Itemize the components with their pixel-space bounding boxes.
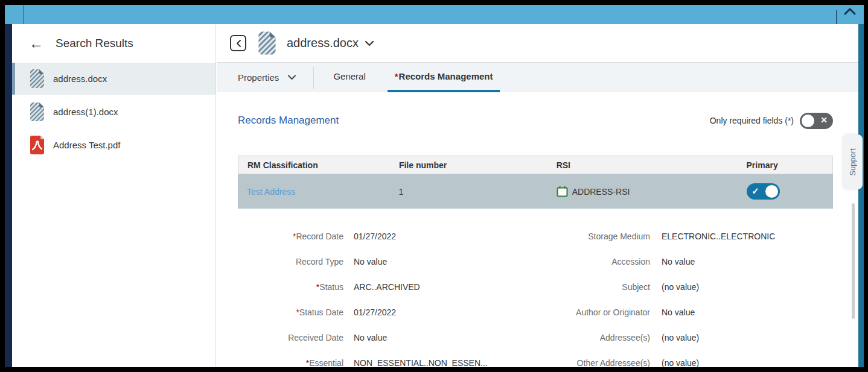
rm-classification-link[interactable]: Test Address [247,187,295,197]
field-value: 01/27/2022 [354,232,396,241]
primary-toggle[interactable]: ✓ [747,183,780,200]
sidebar-title: Search Results [56,37,133,50]
column-header-rm-classification: RM Classification [238,160,390,170]
field-received-date: Received Date No value [238,325,535,350]
field-value: 01/27/2022 [354,307,396,317]
rsi-value: ADDRESS-RSI [572,187,630,197]
records-management-content: Records Management Only required fields … [217,92,858,367]
field-label: Author or Originator [535,307,650,317]
main-panel: address.docx Properties General * [217,24,858,367]
field-status: *Status ARC..ARCHIVED [238,274,535,300]
support-tab[interactable]: Support [843,134,863,189]
toggle-knob [765,185,778,198]
chevron-up-icon[interactable] [843,7,857,16]
selected-accent-bar [12,63,15,95]
docx-icon [29,102,45,122]
topbar-divider [23,5,24,24]
pdf-icon [29,135,45,155]
record-fields: *Record Date 01/27/2022 Record Type No v… [238,224,833,367]
field-label: Record Date [296,232,343,241]
properties-dropdown[interactable]: Properties [238,63,296,92]
field-label: Addressee(s) [535,333,650,342]
cross-icon: ✕ [820,115,828,125]
field-other-addressees: Other Addressee(s) (no value) [535,350,833,367]
column-header-rsi: RSI [547,160,738,170]
list-item-address-test-pdf[interactable]: Address Test.pdf [12,129,215,161]
sidebar-header: ← Search Results [12,24,215,63]
field-value: (no value) [662,358,699,367]
calendar-icon [557,186,568,197]
support-tab-label: Support [848,148,857,176]
app-window: ← Search Results address.docx [5,5,864,367]
list-item-label: address(1).docx [53,107,118,117]
tab-general[interactable]: General [326,63,372,92]
page-title: address.docx [287,36,359,50]
vertical-scrollbar[interactable] [852,203,855,319]
field-value: (no value) [662,282,699,292]
search-results-panel: ← Search Results address.docx [12,24,216,367]
file-number-value: 1 [398,187,403,197]
field-value: No value [354,257,387,266]
topbar-panel-divider [836,10,837,24]
field-label: Status Date [299,307,343,317]
list-item-address-docx[interactable]: address.docx [12,63,215,95]
field-record-date: *Record Date 01/27/2022 [238,224,535,249]
field-storage-medium: Storage Medium ELECTRONIC..ELECTRONIC [535,224,833,249]
field-value: No value [662,307,695,317]
docx-icon [257,31,277,55]
field-essential: *Essential NON_ESSENTIAL..NON_ESSEN... [238,350,535,367]
column-header-file-number: File number [390,160,547,170]
field-label: Essential [309,358,343,367]
section-title: Records Management [238,115,339,127]
table-header-row: RM Classification File number RSI Primar… [238,156,833,174]
field-label: Other Addressee(s) [535,358,650,367]
table-row[interactable]: Test Address 1 ADDRESS-RSI [238,174,833,209]
list-item-address1-docx[interactable]: address(1).docx [12,96,215,128]
field-subject: Subject (no value) [535,274,833,300]
field-value: ELECTRONIC..ELECTRONIC [662,232,775,241]
check-icon: ✓ [752,186,759,197]
field-label: Subject [535,282,650,292]
list-item-label: Address Test.pdf [53,140,120,150]
field-label: Status [319,282,343,292]
required-fields-toggle[interactable]: ✕ [800,113,833,129]
tab-label: Records Management [399,71,493,81]
field-label: Storage Medium [535,232,650,241]
document-header: address.docx [217,24,858,63]
column-header-primary: Primary [738,160,832,170]
docx-icon [29,69,45,89]
field-accession: Accession No value [535,249,833,274]
list-item-label: address.docx [53,74,107,84]
tab-label: General [333,71,365,81]
field-value: NON_ESSENTIAL..NON_ESSEN... [354,358,488,367]
field-value: No value [354,333,387,342]
field-value: ARC..ARCHIVED [354,282,420,292]
field-record-type: Record Type No value [238,249,535,274]
field-label: Received Date [288,333,343,342]
tab-bar: Properties General * Records Management [217,63,858,92]
field-author-or-originator: Author or Originator No value [535,300,833,325]
chevron-down-icon [287,75,296,80]
top-bar [5,5,864,24]
collapse-back-button[interactable] [230,35,246,51]
required-asterisk: * [395,71,398,81]
chevron-left-icon [235,39,241,48]
required-fields-toggle-label: Only required fields (*) [710,116,794,125]
tab-separator [313,67,314,89]
field-label: Accession [535,257,650,266]
field-value: (no value) [662,333,699,342]
tab-records-management[interactable]: * Records Management [388,63,500,92]
right-rail [858,24,864,367]
field-value: No value [662,257,695,266]
properties-label: Properties [238,72,279,83]
chevron-down-icon[interactable] [365,40,374,46]
field-status-date: *Status Date 01/27/2022 [238,300,535,325]
outer-frame: ← Search Results address.docx [0,0,868,372]
arrow-left-icon[interactable]: ← [29,36,43,51]
toggle-knob [802,115,814,127]
left-rail [5,24,12,367]
field-addressees: Addressee(s) (no value) [535,325,833,350]
rm-classification-table: RM Classification File number RSI Primar… [238,156,833,209]
field-label: Record Type [296,257,343,266]
